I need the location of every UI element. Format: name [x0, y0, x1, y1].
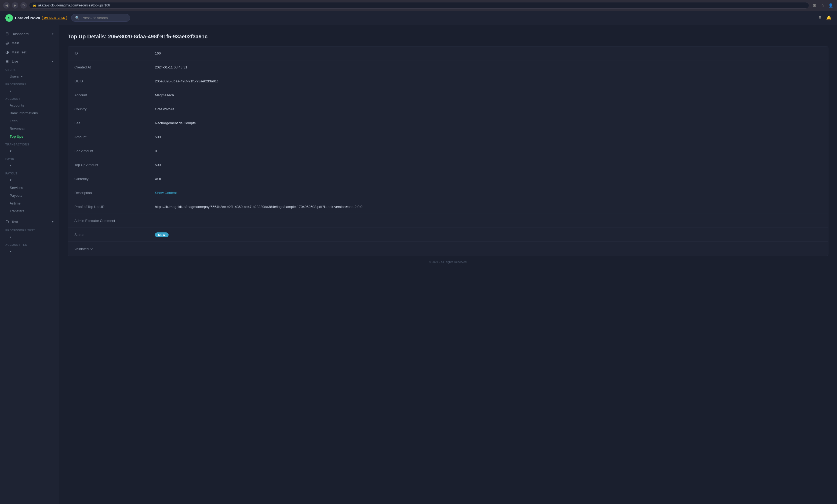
account-test-section-label: ACCOUNT TEST [0, 241, 59, 248]
status-badge: NEW [155, 232, 168, 237]
detail-value[interactable]: Show Content [148, 186, 828, 200]
sidebar-item-airtime[interactable]: Airtime [0, 199, 59, 207]
sidebar-item-services[interactable]: Services [0, 184, 59, 192]
page-content: Top Up Details: 205e8020-8daa-498f-91f5-… [59, 25, 837, 504]
sidebar: ⊞ Dashboard ▾ ◎ Main ◑ Main Test ▣ Live … [0, 25, 59, 504]
table-row: DescriptionShow Content [68, 186, 828, 200]
extensions-button[interactable]: ⊞ [811, 2, 818, 8]
sidebar-item-test[interactable]: ⬡ Test ▾ [0, 217, 59, 226]
table-row: Amount500 [68, 130, 828, 144]
detail-value: — [148, 214, 828, 228]
detail-value: 0 [148, 144, 828, 158]
table-row: Validated At— [68, 242, 828, 256]
detail-label: Validated At [68, 242, 148, 256]
search-icon: 🔍 [75, 16, 79, 20]
sidebar-item-processors-test[interactable]: ▸ [0, 233, 59, 241]
sidebar-item-transactions[interactable]: ▾ [0, 147, 59, 155]
detail-label: Created At [68, 60, 148, 74]
sidebar-item-payin[interactable]: ▸ [0, 162, 59, 169]
table-row: StatusNEW [68, 228, 828, 242]
url-text: akaza-2.cloud-magma.com/resources/top-up… [38, 3, 110, 7]
dashboard-icon: ⊞ [5, 31, 9, 36]
sidebar-item-payout[interactable]: ▾ [0, 176, 59, 184]
detail-value: 500 [148, 130, 828, 144]
main-icon: ◎ [5, 40, 9, 46]
chevron-down-icon: ▾ [52, 60, 53, 63]
main-test-icon: ◑ [5, 50, 9, 54]
browser-chrome: ◀ ▶ ↻ 🔒 akaza-2.cloud-magma.com/resource… [0, 0, 837, 11]
detail-label: Fee Amount [68, 144, 148, 158]
test-icon: ⬡ [5, 219, 9, 224]
profile-button[interactable]: 👤 [827, 2, 834, 8]
processors-section-label: PROCESSORS [0, 80, 59, 87]
detail-label: Country [68, 102, 148, 116]
detail-value: 2024-01-11 08:43:31 [148, 60, 828, 74]
detail-value: Rechargement de Compte [148, 116, 828, 130]
sidebar-item-bank-informations[interactable]: Bank Informations [0, 109, 59, 117]
services-label: Services [10, 186, 23, 190]
monitor-icon[interactable]: 🖥 [818, 16, 822, 20]
payouts-label: Payouts [10, 194, 22, 198]
logo-letter: S [8, 16, 10, 20]
app-container: S Laravel Nova UNREGISTERED 🔍 Press / to… [0, 11, 837, 504]
detail-value: 205e8020-8daa-498f-91f5-93ae02f3a91c [148, 74, 828, 88]
table-row: Proof of Top Up URLhttps://ik.imagekit.i… [68, 200, 828, 214]
detail-value: 166 [148, 47, 828, 60]
payin-section-label: PAYIN [0, 155, 59, 162]
search-bar[interactable]: 🔍 Press / to search [71, 14, 130, 22]
sidebar-item-users[interactable]: Users ▾ [0, 72, 59, 80]
chevron-down-icon: ▾ [21, 74, 23, 78]
detail-value: XOF [148, 172, 828, 186]
table-row: FeeRechargement de Compte [68, 116, 828, 130]
table-row: CurrencyXOF [68, 172, 828, 186]
detail-label: Currency [68, 172, 148, 186]
transactions-section-label: TRANSACTIONS [0, 140, 59, 147]
airtime-label: Airtime [10, 201, 20, 205]
bell-icon[interactable]: 🔔 [826, 15, 832, 20]
users-label: Users [10, 74, 19, 78]
detail-label: Admin Executor Comment [68, 214, 148, 228]
footer-text: © 2024 - All Rights Reserved. [68, 256, 829, 268]
bookmark-button[interactable]: ☆ [819, 2, 826, 8]
chevron-down-icon: ▾ [52, 33, 53, 35]
sidebar-item-transfers[interactable]: Transfers [0, 207, 59, 215]
address-bar[interactable]: 🔒 akaza-2.cloud-magma.com/resources/top-… [29, 2, 809, 8]
chevron-right-icon: ▸ [10, 89, 12, 93]
empty-value: — [155, 247, 158, 251]
table-row: Fee Amount0 [68, 144, 828, 158]
test-label: Test [12, 220, 18, 224]
accounts-label: Accounts [10, 103, 24, 107]
sidebar-item-live[interactable]: ▣ Live ▾ [0, 57, 59, 66]
reload-button[interactable]: ↻ [20, 2, 27, 8]
page-title: Top Up Details: 205e8020-8daa-498f-91f5-… [68, 34, 829, 40]
detail-label: UUID [68, 74, 148, 88]
sidebar-item-label: Live [12, 59, 18, 63]
lock-icon: 🔒 [33, 3, 36, 7]
nav-right: 🖥 🔔 [818, 15, 832, 20]
detail-value: MagmaTech [148, 88, 828, 102]
unregistered-badge: UNREGISTERED [42, 16, 67, 20]
chevron-down-icon: ▾ [10, 178, 12, 182]
sidebar-item-main[interactable]: ◎ Main [0, 38, 59, 48]
sidebar-item-label: Main Test [12, 50, 26, 54]
sidebar-item-payouts[interactable]: Payouts [0, 192, 59, 199]
sidebar-item-dashboard[interactable]: ⊞ Dashboard ▾ [0, 29, 59, 38]
logo-icon: S [5, 14, 13, 22]
sidebar-item-fees[interactable]: Fees [0, 117, 59, 125]
sidebar-item-processors[interactable]: ▸ [0, 87, 59, 95]
account-section-label: ACCOUNT [0, 95, 59, 102]
bank-informations-label: Bank Informations [10, 111, 38, 115]
forward-button[interactable]: ▶ [12, 2, 18, 8]
sidebar-item-accounts[interactable]: Accounts [0, 102, 59, 109]
sidebar-item-reversals[interactable]: Reversals [0, 125, 59, 132]
sidebar-item-account-test[interactable]: ▸ [0, 248, 59, 255]
sidebar-item-main-test[interactable]: ◑ Main Test [0, 48, 59, 57]
sidebar-item-top-ups[interactable]: Top Ups [0, 132, 59, 140]
table-row: ID166 [68, 47, 828, 60]
detail-label: Proof of Top Up URL [68, 200, 148, 214]
back-button[interactable]: ◀ [3, 2, 10, 8]
detail-label: Status [68, 228, 148, 241]
detail-value: NEW [148, 228, 828, 241]
show-content-link[interactable]: Show Content [155, 191, 177, 195]
table-row: Admin Executor Comment— [68, 214, 828, 228]
